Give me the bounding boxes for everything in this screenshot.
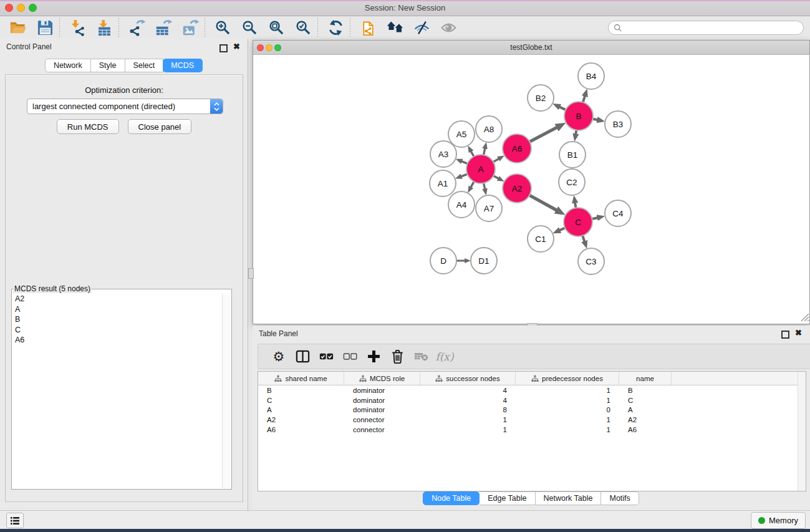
cell-MCDS-role[interactable]: dominator [344,406,420,414]
import-table-button[interactable] [92,17,116,37]
criterion-dropdown[interactable]: largest connected component (directed) [27,99,223,114]
tab-select[interactable]: Select [125,59,164,72]
zoom-out-button[interactable] [238,17,261,37]
zoom-selected-button[interactable] [291,17,315,37]
node-A3[interactable]: A3 [430,141,456,167]
node-table[interactable]: shared nameMCDS rolesuccessor nodesprede… [258,371,806,491]
cell-predecessor-nodes[interactable]: 1 [516,397,619,404]
export-image-button[interactable] [178,17,202,37]
table-row[interactable]: A2connector11A2 [258,415,806,425]
zoom-in-button[interactable] [211,17,234,37]
cell-predecessor-nodes[interactable]: 0 [516,406,619,414]
float-panel-icon[interactable] [219,44,228,52]
cell-shared-name[interactable]: A6 [258,426,344,433]
table-tab-edge-table[interactable]: Edge Table [480,491,535,505]
node-D1[interactable]: D1 [471,248,497,274]
cell-MCDS-role[interactable]: connector [344,416,420,423]
node-A8[interactable]: A8 [476,116,502,142]
delete-column-button[interactable] [385,347,409,367]
export-network-button[interactable] [125,17,148,37]
tab-style[interactable]: Style [91,59,125,72]
cell-shared-name[interactable]: A2 [258,416,344,423]
float-table-panel-icon[interactable] [781,331,789,339]
table-tab-network-table[interactable]: Network Table [536,491,602,505]
cell-shared-name[interactable]: C [258,397,344,404]
memory-button[interactable]: Memory [751,512,806,529]
node-A4[interactable]: A4 [448,191,475,218]
export-table-button[interactable] [152,17,175,37]
import-network-button[interactable] [65,17,89,37]
split-columns-button[interactable] [291,347,314,367]
table-tab-motifs[interactable]: Motifs [601,491,639,505]
table-row[interactable]: Adominator80A [258,405,806,415]
cell-predecessor-nodes[interactable]: 1 [516,426,619,433]
node-A5[interactable]: A5 [448,121,475,147]
tab-mcds[interactable]: MCDS [163,59,203,72]
node-A[interactable]: A [466,155,495,183]
node-A2[interactable]: A2 [503,174,531,203]
node-A6[interactable]: A6 [503,134,531,163]
save-session-button[interactable] [33,17,57,37]
table-row[interactable]: Cdominator41C [258,395,806,405]
node-B[interactable]: B [564,102,593,130]
table-row[interactable]: Bdominator41B [258,385,806,395]
mcds-result-item[interactable]: A2 [15,294,231,304]
deselect-all-columns-button[interactable] [338,347,362,367]
splitter-grip-left[interactable] [248,268,254,279]
cell-successor-nodes[interactable]: 8 [420,406,516,414]
column-header-shared-name[interactable]: shared name [258,372,344,385]
node-C[interactable]: C [564,208,592,236]
cell-name[interactable]: B [619,387,672,394]
cell-name[interactable]: A [619,406,672,414]
close-panel-icon[interactable]: ✖ [233,44,240,50]
cell-name[interactable]: A6 [619,426,672,433]
network-graph[interactable]: B4B2BB3A8A5A6A3B1AC2A1A2A4A7C4CC1C3DD1 [253,55,808,322]
zoom-fit-button[interactable] [264,17,288,37]
column-header-predecessor-nodes[interactable]: predecessor nodes [516,372,619,385]
cell-MCDS-role[interactable]: dominator [344,397,420,404]
node-A1[interactable]: A1 [430,170,456,196]
node-A7[interactable]: A7 [476,195,502,221]
table-scrollbar[interactable] [798,372,806,491]
cell-name[interactable]: A2 [619,416,672,423]
column-header-MCDS-role[interactable]: MCDS role [344,372,420,385]
open-file-button[interactable] [6,17,30,37]
node-D[interactable]: D [430,248,456,274]
mcds-result-item[interactable]: A [15,304,231,315]
cell-successor-nodes[interactable]: 1 [420,416,516,423]
table-tab-node-table[interactable]: Node Table [423,491,480,505]
cell-successor-nodes[interactable]: 4 [420,397,516,404]
cell-MCDS-role[interactable]: dominator [344,387,420,394]
search-input[interactable] [625,22,798,32]
node-B1[interactable]: B1 [559,142,586,168]
refresh-button[interactable] [324,17,347,37]
cell-successor-nodes[interactable]: 4 [420,387,516,394]
column-header-name[interactable]: name [619,372,672,385]
column-header-successor-nodes[interactable]: successor nodes [420,372,516,385]
new-session-network-button[interactable] [356,17,380,37]
tab-network[interactable]: Network [45,59,91,72]
node-B2[interactable]: B2 [528,85,554,111]
cell-shared-name[interactable]: B [258,387,344,394]
window-resize-grip[interactable] [799,312,809,322]
mcds-result-item[interactable]: B [15,314,231,325]
select-all-columns-button[interactable] [314,347,338,367]
cell-predecessor-nodes[interactable]: 1 [516,387,619,394]
show-panels-button[interactable] [436,17,460,37]
task-history-button[interactable] [6,513,24,528]
cell-MCDS-role[interactable]: connector [344,426,420,433]
search-field[interactable] [608,21,804,35]
node-C4[interactable]: C4 [605,200,631,226]
cell-name[interactable]: C [619,397,672,404]
node-C3[interactable]: C3 [578,248,604,274]
mcds-result-item[interactable]: C [15,325,231,336]
node-C1[interactable]: C1 [528,226,554,252]
cell-successor-nodes[interactable]: 1 [420,426,516,433]
cell-shared-name[interactable]: A [258,406,344,414]
hide-panels-button[interactable] [410,17,433,37]
node-C2[interactable]: C2 [559,169,585,195]
mcds-result-item[interactable]: A6 [15,335,231,346]
network-window-titlebar[interactable]: testGlobe.txt [253,41,809,55]
result-scrollbar[interactable] [222,294,231,488]
table-settings-gear-button[interactable]: ⚙ [267,347,291,367]
